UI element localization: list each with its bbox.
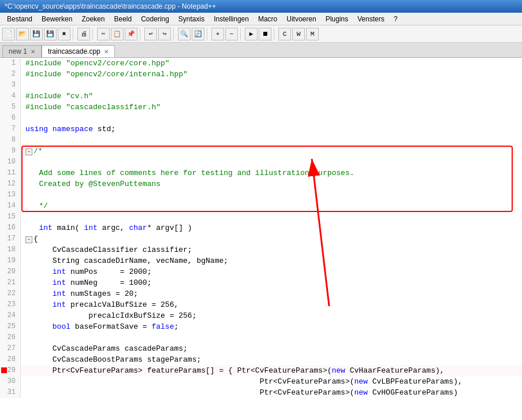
- line-content-25: bool baseFormatSave = false;: [21, 321, 178, 332]
- line-8: 8: [0, 135, 522, 146]
- fold-17[interactable]: -: [25, 236, 32, 243]
- menu-plugins[interactable]: Plugins: [321, 14, 353, 24]
- menu-codering[interactable]: Codering: [136, 14, 174, 24]
- line-21: 21 int numNeg = 1000;: [0, 277, 522, 288]
- toolbar-redo[interactable]: ↪: [158, 28, 171, 40]
- line-5: 5 #include "cascadeclassifier.h": [0, 102, 522, 113]
- toolbar-replace[interactable]: 🔄: [192, 28, 204, 40]
- sep5: [207, 28, 209, 40]
- toolbar-misc2[interactable]: M: [306, 28, 319, 40]
- line-19: 19 String cascadeDirName, vecName, bgNam…: [0, 255, 522, 266]
- line-content-30: Ptr<CvFeatureParams>(new CvLBPFeaturePar…: [21, 376, 463, 387]
- line-content-11: Add some lines of comments here for test…: [21, 168, 355, 179]
- line-11: 11 Add some lines of comments here for t…: [0, 168, 522, 179]
- line-content-27: CvCascadeParams cascadeParams;: [21, 343, 188, 354]
- line-number-16: 16: [0, 222, 21, 233]
- toolbar-copy[interactable]: 📋: [111, 28, 124, 40]
- line-number-29: 29: [0, 365, 21, 376]
- menu-bestand[interactable]: Bestand: [2, 14, 37, 24]
- line-number-23: 23: [0, 299, 21, 310]
- line-14: 14 */: [0, 200, 522, 211]
- line-number-3: 3: [0, 80, 21, 91]
- line-content-21: int numNeg = 1000;: [21, 277, 151, 288]
- toolbar-paste[interactable]: 📌: [125, 28, 137, 40]
- line-30: 30 Ptr<CvFeatureParams>(new CvLBPFeature…: [0, 376, 522, 387]
- line-content-12: Created by @StevenPuttemans: [21, 179, 161, 189]
- sep6: [240, 28, 243, 40]
- menu-vensters[interactable]: Vensters: [353, 14, 389, 24]
- line-number-9: 9: [0, 146, 21, 157]
- line-16: 16 int main( int argc, char* argv[] ): [0, 222, 522, 233]
- menu-help[interactable]: ?: [389, 14, 402, 24]
- toolbar-misc1[interactable]: W: [292, 28, 305, 40]
- toolbar-zoom-in[interactable]: +: [211, 28, 224, 40]
- line-number-22: 22: [0, 288, 21, 299]
- titlebar-text: *C:\opencv_source\apps\traincascade\trai…: [5, 2, 216, 10]
- toolbar-save-all[interactable]: 💾: [44, 28, 57, 40]
- line-number-4: 4: [0, 91, 21, 102]
- toolbar-run[interactable]: ▶: [245, 28, 258, 40]
- line-number-2: 2: [0, 69, 21, 80]
- toolbar-stop[interactable]: ⏹: [259, 28, 271, 40]
- line-content-31: Ptr<CvFeatureParams>(new CvHOGFeaturePar…: [21, 387, 458, 398]
- tab-new1-close[interactable]: ✕: [31, 49, 35, 55]
- sep4: [173, 28, 176, 40]
- line-28: 28 CvCascadeBoostParams stageParams;: [0, 354, 522, 365]
- sep7: [274, 28, 276, 40]
- line-number-10: 10: [0, 157, 21, 168]
- toolbar-close[interactable]: ✖: [58, 28, 70, 40]
- line-26: 26: [0, 332, 522, 343]
- menu-bewerken[interactable]: Bewerken: [37, 14, 77, 24]
- line-31: 31 Ptr<CvFeatureParams>(new CvHOGFeature…: [0, 387, 522, 398]
- toolbar-save[interactable]: 💾: [30, 28, 43, 40]
- toolbar-find[interactable]: 🔍: [178, 28, 191, 40]
- sep3: [140, 28, 142, 40]
- toolbar-zoom-out[interactable]: −: [225, 28, 238, 40]
- line-content-19: String cascadeDirName, vecName, bgName;: [21, 255, 228, 266]
- line-content-14: */: [21, 200, 48, 211]
- line-content-20: int numPos = 2000;: [21, 266, 151, 277]
- line-9: 9 -/*: [0, 146, 522, 157]
- line-number-1: 1: [0, 58, 21, 69]
- line-content-22: int numStages = 20;: [21, 288, 138, 299]
- menu-uitvoeren[interactable]: Uitvoeren: [282, 14, 320, 24]
- editor: 1 #include "opencv2/core/core.hpp" 2 #in…: [0, 58, 522, 420]
- toolbar-cut[interactable]: ✂: [97, 28, 110, 40]
- line-number-11: 11: [0, 168, 21, 179]
- tab-new1[interactable]: new 1 ✕: [2, 45, 42, 57]
- fold-9[interactable]: -: [25, 148, 32, 155]
- line-12: 12 Created by @StevenPuttemans: [0, 179, 522, 189]
- tab-traincascade-label: traincascade.cpp: [48, 47, 100, 55]
- line-number-5: 5: [0, 102, 21, 113]
- menubar: Bestand Bewerken Zoeken Beeld Codering S…: [0, 13, 522, 25]
- toolbar-open[interactable]: 📂: [16, 28, 29, 40]
- menu-zoeken[interactable]: Zoeken: [77, 14, 109, 24]
- toolbar: 📄 📂 💾 💾 ✖ 🖨 ✂ 📋 📌 ↩ ↪ 🔍 🔄 + − ▶ ⏹ C W M: [0, 25, 522, 43]
- toolbar-lang[interactable]: C: [278, 28, 291, 40]
- toolbar-new[interactable]: 📄: [2, 28, 15, 40]
- line-content-28: CvCascadeBoostParams stageParams;: [21, 354, 201, 365]
- tab-traincascade-close[interactable]: ✕: [104, 49, 109, 55]
- tabbar: new 1 ✕ traincascade.cpp ✕: [0, 43, 522, 58]
- line-content-24: precalcIdxBufSize = 256;: [21, 310, 196, 321]
- line-number-27: 27: [0, 343, 21, 354]
- line-number-18: 18: [0, 244, 21, 255]
- code-area[interactable]: 1 #include "opencv2/core/core.hpp" 2 #in…: [0, 58, 522, 420]
- line-number-30: 30: [0, 376, 21, 387]
- menu-instellingen[interactable]: Instellingen: [209, 14, 253, 24]
- line-22: 22 int numStages = 20;: [0, 288, 522, 299]
- line-content-18: CvCascadeClassifier classifier;: [21, 244, 192, 255]
- menu-macro[interactable]: Macro: [253, 14, 282, 24]
- toolbar-undo[interactable]: ↩: [144, 28, 157, 40]
- line-17: 17 -{: [0, 233, 522, 244]
- line-number-28: 28: [0, 354, 21, 365]
- line-number-21: 21: [0, 277, 21, 288]
- tab-traincascade[interactable]: traincascade.cpp ✕: [42, 45, 115, 57]
- toolbar-print[interactable]: 🖨: [77, 28, 90, 40]
- line-2: 2 #include "opencv2/core/internal.hpp": [0, 69, 522, 80]
- menu-beeld[interactable]: Beeld: [109, 14, 136, 24]
- line-content-4: #include "cv.h": [21, 91, 93, 102]
- line-7: 7 using namespace std;: [0, 124, 522, 135]
- menu-syntaxis[interactable]: Syntaxis: [174, 14, 209, 24]
- line-number-20: 20: [0, 266, 21, 277]
